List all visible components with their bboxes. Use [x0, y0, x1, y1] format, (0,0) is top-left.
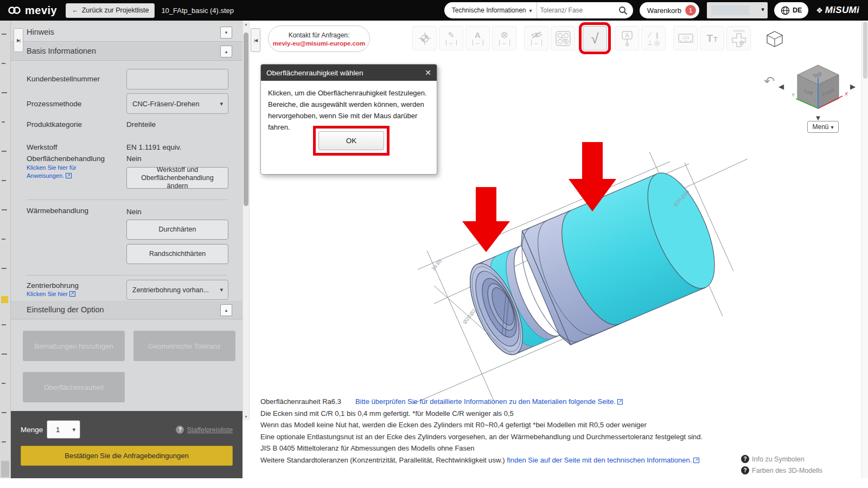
- prozessmethode-label: Prozessmethode: [27, 100, 81, 108]
- search-icon[interactable]: [618, 6, 628, 15]
- contact-email-link[interactable]: meviy-eu@misumi-europe.com: [273, 40, 365, 47]
- dialog-titlebar[interactable]: Oberflächenrauhigkeit wählen ✕: [261, 65, 437, 81]
- annotation-toolbar: ✎ ↔ A ↔ ⊗ ↔ ↔: [412, 26, 751, 50]
- randschichthaerten-label: Randschichthärten: [149, 250, 206, 258]
- viewer-menu-button[interactable]: Menü ▾: [807, 121, 839, 133]
- symbols-info-link[interactable]: ? Info zu Symbolen: [741, 453, 822, 465]
- cart-label: Warenkorb: [647, 7, 681, 15]
- chevron-down-icon: ▾: [220, 100, 223, 107]
- waermebehandlung-value: Nein: [126, 208, 142, 216]
- dim-length-label: 39.65: [430, 258, 443, 272]
- tech-info-link[interactable]: finden Sie auf der Seite mit den technis…: [507, 456, 699, 464]
- randschichthaerten-button[interactable]: Randschichthärten: [126, 244, 228, 264]
- viewer-collapse-handle[interactable]: |◀: [251, 28, 260, 52]
- rotate-left-icon[interactable]: ↶: [764, 74, 775, 88]
- collapse-basis-button[interactable]: ▴: [220, 46, 232, 57]
- hide-dimension-icon[interactable]: ↔: [524, 26, 548, 50]
- oberflaechenrauheit-button-disabled: Oberflächenrauheit: [23, 372, 125, 402]
- search-category-select[interactable]: Technische Informationen ▾: [444, 2, 537, 18]
- six-views-icon[interactable]: 6VIEWS: [726, 26, 751, 50]
- sidebar-scroll-thumb[interactable]: [244, 33, 248, 206]
- viewer-menu-label: Menü: [812, 123, 828, 131]
- language-button[interactable]: DE: [774, 2, 808, 18]
- sidebar-expand-handle[interactable]: ▶|: [14, 28, 23, 52]
- rotate-right-step-icon[interactable]: ▶: [850, 82, 856, 91]
- back-label: Zurück zur Projektliste: [82, 7, 149, 14]
- axis-y-label: Y: [792, 92, 795, 98]
- geometrische-toleranz-button-disabled: Geometrische Toleranz: [133, 331, 235, 361]
- tolerance-notes: Oberflächenrauheit Ra6.3 Bitte überprüfe…: [260, 396, 722, 466]
- datum-target-icon[interactable]: [412, 26, 437, 50]
- materials-link[interactable]: Bitte überprüfen Sie für detaillierte In…: [355, 396, 623, 408]
- surface-roughness-icon[interactable]: √: [583, 26, 607, 50]
- anweisungen-link[interactable]: Klicken Sie hier für Anweisungen.↗: [27, 164, 113, 180]
- geometric-tolerance-icon[interactable]: ∕ ∥ ⊥ ◎: [641, 26, 666, 50]
- kundenbestellnummer-input[interactable]: [126, 69, 228, 89]
- text-dimension-icon[interactable]: A ↔: [465, 26, 490, 50]
- zentrierbohrung-link[interactable]: Klicken Sie hier↗: [27, 290, 113, 298]
- section-basis[interactable]: Basis Informationen ▴: [11, 42, 242, 61]
- chevron-down-icon: ▾: [72, 426, 75, 433]
- help-icon: ?: [741, 455, 749, 463]
- note-line-5: JIS B 0405 Mitteltoleranz für Abmessunge…: [260, 442, 722, 454]
- chevron-up-icon: ▴: [225, 49, 228, 54]
- delete-dimension-icon[interactable]: ⊗ ↔: [492, 26, 516, 50]
- model-colors-link[interactable]: ? Farben des 3D-Modells: [741, 465, 822, 476]
- chevron-down-icon: ▾: [761, 6, 764, 13]
- collapsed-parts-strip[interactable]: [0, 21, 11, 478]
- sidebar-scrollbar[interactable]: ▲ ▼: [242, 21, 250, 420]
- quantity-select[interactable]: 1 ▾: [47, 420, 80, 439]
- active-part-marker[interactable]: [1, 296, 8, 303]
- ok-button[interactable]: OK: [318, 131, 384, 150]
- viewer-scrollbar[interactable]: [861, 21, 868, 478]
- chevron-down-icon: ▾: [529, 8, 532, 14]
- zentrierbohrung-select[interactable]: Zentrierbohrung vorhan... ▾: [126, 280, 228, 300]
- meviy-logo[interactable]: meviy: [8, 4, 57, 17]
- note-line-2: Die Ecken sind mit C/R 0,1 bis 0,4 mm ge…: [260, 408, 722, 420]
- prozessmethode-select[interactable]: CNC-Fräsen/-Drehen ▾: [126, 93, 228, 114]
- zentrierbohrung-link-text: Klicken Sie hier: [27, 291, 68, 297]
- search-input[interactable]: [537, 7, 618, 14]
- datum-label-icon[interactable]: A: [615, 26, 639, 50]
- hole-pattern-icon[interactable]: [551, 26, 575, 50]
- durchhaerten-label: Durchhärten: [159, 226, 196, 234]
- collapse-hinweis-button[interactable]: ▾: [220, 27, 232, 38]
- close-icon[interactable]: ✕: [425, 68, 431, 77]
- contact-label: Kontakt für Anfragen:: [289, 31, 350, 39]
- viewer-scroll-thumb[interactable]: [863, 22, 867, 79]
- roughness-note: Oberflächenrauheit Ra6.3: [260, 396, 341, 408]
- expand-right-icon: ▶|: [17, 38, 20, 43]
- model-colors-text: Farben des 3D-Modells: [752, 467, 822, 474]
- svg-text:∥: ∥: [655, 31, 659, 39]
- durchhaerten-button[interactable]: Durchhärten: [126, 220, 228, 240]
- collapse-option-button[interactable]: ▴: [220, 304, 232, 316]
- svg-text:◎: ◎: [654, 39, 659, 47]
- text-size-icon[interactable]: T T: [700, 26, 724, 50]
- help-icon: ?: [176, 426, 184, 434]
- section-hinweis[interactable]: Hinweis ▾: [11, 23, 242, 42]
- section-option[interactable]: Einstellung der Option ▴: [11, 301, 242, 319]
- account-select[interactable]: ▾: [707, 2, 768, 18]
- werkstoff-aendern-label: Werkstoff und Oberflächenbehandlung ände…: [130, 166, 225, 190]
- iso-view-icon[interactable]: [767, 31, 782, 47]
- help-icon: ?: [741, 466, 749, 474]
- contact-card: Kontakt für Anfragen: meviy-eu@misumi-eu…: [268, 25, 370, 52]
- strip-scroll-thumb[interactable]: [1, 461, 9, 477]
- scroll-up-icon[interactable]: ▲: [243, 22, 249, 26]
- rotate-left-step-icon[interactable]: ◀: [778, 82, 784, 91]
- edit-dimension-icon[interactable]: ✎ ↔: [439, 26, 463, 50]
- staffelpreisliste-link[interactable]: ? Staffelpreisliste: [176, 426, 233, 434]
- werkstoff-aendern-button[interactable]: Werkstoff und Oberflächenbehandlung ände…: [126, 167, 228, 189]
- search-category-value: Technische Informationen: [452, 7, 526, 14]
- collapse-left-icon: |◀: [254, 38, 257, 43]
- confirm-request-button[interactable]: Bestätigen Sie die Anfragebedingungen: [21, 446, 233, 466]
- open-filename: 10_FAtp_basic (4).step: [161, 7, 234, 15]
- cart-button[interactable]: Warenkorb 1: [640, 2, 699, 18]
- measure-ruler-icon[interactable]: 123: [673, 26, 698, 50]
- werkstoff-value: EN 1.1191 equiv.: [126, 143, 182, 151]
- scroll-down-icon[interactable]: ▼: [243, 415, 249, 419]
- order-footer: Menge 1 ▾ ? Staffelpreisliste Bestätigen…: [11, 411, 242, 478]
- back-to-projects-button[interactable]: ← Zurück zur Projektliste: [66, 3, 155, 18]
- note-line-6-text: Weitere Standardtoleranzen (Konzentrizit…: [260, 456, 505, 464]
- external-link-icon: ↗: [693, 458, 699, 463]
